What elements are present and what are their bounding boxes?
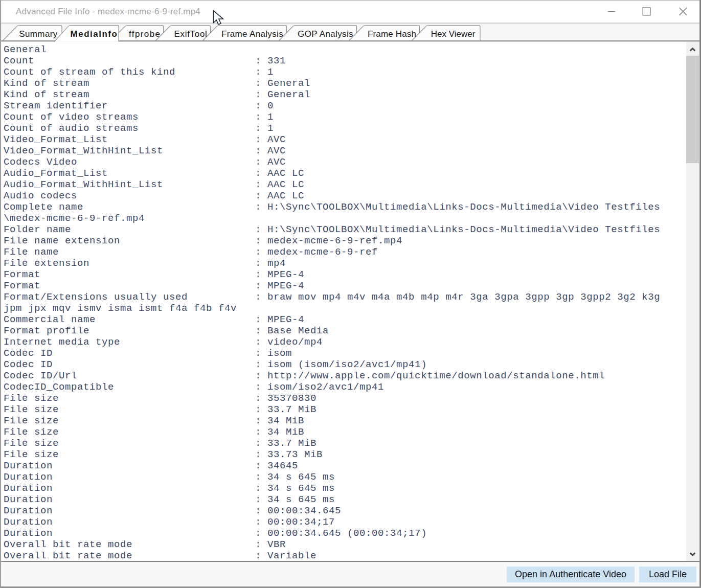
svg-text:MediaInfo: MediaInfo: [71, 29, 118, 39]
svg-text:Hex Viewer: Hex Viewer: [431, 29, 476, 39]
svg-text:ffprobe: ffprobe: [129, 29, 161, 39]
svg-text:GOP Analysis: GOP Analysis: [298, 29, 353, 39]
svg-text:ExifTool: ExifTool: [174, 29, 207, 39]
svg-text:Frame Hash: Frame Hash: [368, 29, 416, 39]
svg-text:Summary: Summary: [19, 29, 58, 39]
svg-text:Frame Analysis: Frame Analysis: [221, 29, 283, 39]
